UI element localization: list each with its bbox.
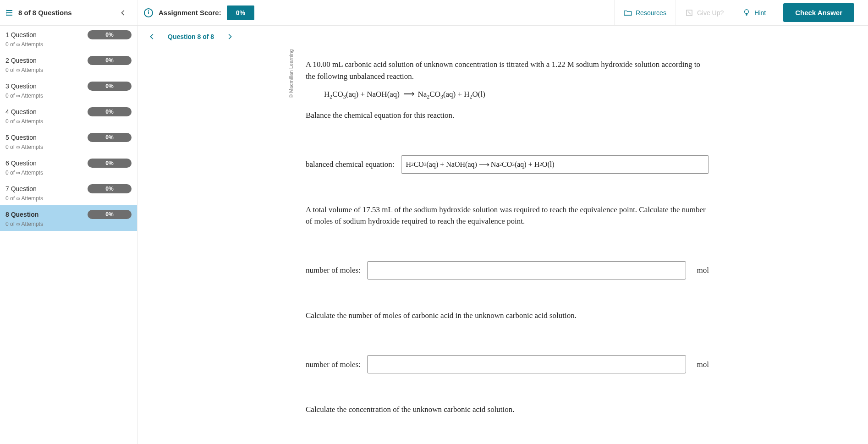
- sidebar-item-pct: 0%: [88, 56, 132, 65]
- sidebar-item-q8[interactable]: 8 Question0%0 of ∞ Attempts: [0, 205, 137, 231]
- sidebar-item-attempts: 0 of ∞ Attempts: [5, 195, 132, 202]
- part4-text: Calculate the concentration of the unkno…: [306, 404, 709, 416]
- part2-text: A total volume of 17.53 mL of the sodium…: [306, 204, 709, 227]
- part3-text: Calculate the number of moles of carboni…: [306, 310, 709, 322]
- folder-icon: [624, 9, 632, 17]
- collapse-sidebar-chevron[interactable]: [115, 5, 132, 21]
- sidebar-item-q3[interactable]: 3 Question0%0 of ∞ Attempts: [0, 77, 137, 103]
- bulb-icon: [742, 9, 751, 17]
- sidebar-item-q4[interactable]: 4 Question0%0 of ∞ Attempts: [0, 103, 137, 128]
- unbalanced-equation: H2CO3(aq) + NaOH(aq) ⟶ Na2CO3(aq) + H2O(…: [306, 88, 709, 101]
- sidebar-item-pct: 0%: [88, 159, 132, 168]
- balanced-eq-input[interactable]: H2CO3(aq) + NaOH(aq) ⟶ Na2CO3(aq) + H2O(…: [401, 155, 709, 174]
- sidebar-item-attempts: 0 of ∞ Attempts: [5, 41, 132, 48]
- sidebar-item-pct: 0%: [88, 133, 132, 142]
- question-nav: Question 8 of 8: [137, 26, 868, 48]
- copyright-text: © Macmillan Learning: [287, 49, 295, 98]
- svg-line-7: [688, 11, 691, 14]
- hint-button[interactable]: Hint: [733, 0, 775, 25]
- moles-acid-input[interactable]: [367, 355, 686, 373]
- list-icon[interactable]: [5, 9, 14, 17]
- sidebar-item-attempts: 0 of ∞ Attempts: [5, 67, 132, 73]
- moles-acid-row: number of moles: mol: [306, 355, 709, 373]
- balance-prompt: Balance the chemical equation for this r…: [306, 110, 709, 121]
- moles-naoh-row: number of moles: mol: [306, 261, 709, 280]
- giveup-label: Give Up?: [697, 9, 724, 16]
- sidebar-item-attempts: 0 of ∞ Attempts: [5, 144, 132, 150]
- sidebar-item-label: 1 Question: [5, 31, 37, 38]
- topbar: 8 of 8 Questions i Assignment Score: 0% …: [0, 0, 868, 26]
- sidebar: 1 Question0%0 of ∞ Attempts2 Question0%0…: [0, 26, 137, 444]
- info-icon[interactable]: i: [144, 8, 153, 17]
- sidebar-item-attempts: 0 of ∞ Attempts: [5, 118, 132, 125]
- sidebar-item-label: 3 Question: [5, 82, 37, 90]
- sidebar-item-label: 7 Question: [5, 185, 37, 192]
- topbar-mid: i Assignment Score: 0%: [137, 5, 261, 20]
- sidebar-item-label: 4 Question: [5, 108, 37, 115]
- topbar-left: 8 of 8 Questions: [0, 0, 137, 25]
- sidebar-item-pct: 0%: [88, 184, 132, 193]
- topbar-right: Resources Give Up? Hint Check Answer: [614, 0, 868, 25]
- moles-acid-label: number of moles:: [306, 359, 361, 371]
- sidebar-item-pct: 0%: [88, 82, 132, 91]
- main: Question 8 of 8 © Macmillan Learning A 1…: [137, 26, 868, 444]
- svg-point-4: [6, 12, 6, 13]
- giveup-button: Give Up?: [676, 0, 733, 25]
- sidebar-item-q7[interactable]: 7 Question0%0 of ∞ Attempts: [0, 180, 137, 205]
- sidebar-item-attempts: 0 of ∞ Attempts: [5, 170, 132, 176]
- balanced-eq-label: balanced chemical equation:: [306, 159, 395, 170]
- resources-button[interactable]: Resources: [614, 0, 676, 25]
- sidebar-item-q2[interactable]: 2 Question0%0 of ∞ Attempts: [0, 51, 137, 77]
- resources-label: Resources: [636, 9, 666, 16]
- svg-point-3: [6, 10, 6, 11]
- check-answer-button[interactable]: Check Answer: [783, 3, 854, 22]
- sidebar-item-pct: 0%: [88, 210, 132, 219]
- assignment-score-value: 0%: [227, 5, 254, 20]
- sidebar-item-q1[interactable]: 1 Question0%0 of ∞ Attempts: [0, 26, 137, 51]
- prev-question-button[interactable]: [146, 30, 159, 43]
- moles-naoh-input[interactable]: [367, 261, 686, 280]
- content-scroll[interactable]: © Macmillan Learning A 10.00 mL carbonic…: [137, 48, 868, 444]
- sidebar-item-pct: 0%: [88, 107, 132, 116]
- balanced-equation-row: balanced chemical equation: H2CO3(aq) + …: [306, 155, 709, 174]
- sidebar-item-label: 6 Question: [5, 159, 37, 167]
- sidebar-item-label: 2 Question: [5, 57, 37, 64]
- moles-naoh-unit: mol: [692, 264, 709, 276]
- question-nav-label: Question 8 of 8: [163, 33, 219, 40]
- sidebar-item-q6[interactable]: 6 Question0%0 of ∞ Attempts: [0, 154, 137, 180]
- moles-naoh-label: number of moles:: [306, 264, 361, 276]
- sidebar-item-label: 8 Question: [5, 211, 38, 218]
- sidebar-item-q5[interactable]: 5 Question0%0 of ∞ Attempts: [0, 128, 137, 154]
- question-count-title: 8 of 8 Questions: [18, 9, 72, 16]
- sidebar-item-label: 5 Question: [5, 134, 37, 141]
- svg-point-5: [6, 15, 6, 15]
- sidebar-item-pct: 0%: [88, 30, 132, 39]
- intro-text: A 10.00 mL carbonic acid solution of unk…: [306, 59, 709, 82]
- check-answer-label: Check Answer: [795, 9, 842, 16]
- question-paper: © Macmillan Learning A 10.00 mL carbonic…: [283, 48, 723, 426]
- sidebar-item-attempts: 0 of ∞ Attempts: [5, 93, 132, 99]
- assignment-score-label: Assignment Score:: [159, 9, 221, 16]
- svg-point-8: [745, 10, 749, 14]
- hint-label: Hint: [754, 9, 766, 16]
- flag-icon: [685, 9, 693, 17]
- moles-acid-unit: mol: [692, 359, 709, 371]
- next-question-button[interactable]: [223, 30, 236, 43]
- sidebar-item-attempts: 0 of ∞ Attempts: [5, 221, 132, 227]
